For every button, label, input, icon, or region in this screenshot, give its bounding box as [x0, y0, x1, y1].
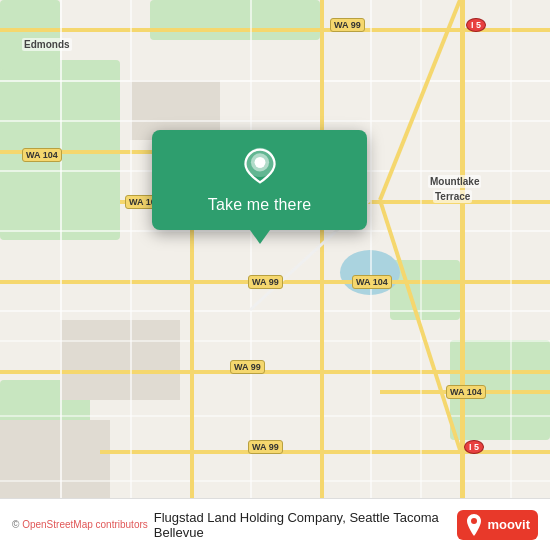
green-area-4 [150, 0, 320, 40]
badge-wa99-low: WA 99 [230, 360, 265, 374]
road-h-5 [0, 310, 550, 312]
location-title: Flugstad Land Holding Company, Seattle T… [154, 510, 450, 540]
popup-card: Take me there [152, 130, 367, 230]
osm-credit: © OpenStreetMap contributors [12, 519, 148, 530]
road-h-1 [0, 80, 550, 82]
road-v-2 [130, 0, 132, 550]
svg-point-7 [471, 518, 477, 524]
osm-link[interactable]: OpenStreetMap contributors [22, 519, 148, 530]
badge-wa104-left: WA 104 [22, 148, 62, 162]
location-pin-icon [240, 146, 280, 186]
label-edmonds: Edmonds [22, 38, 72, 51]
road-v-6 [510, 0, 512, 550]
road-h-4 [0, 230, 550, 232]
road-h-6 [0, 340, 550, 342]
moovit-badge[interactable]: moovit [457, 510, 538, 540]
road-v-5 [420, 0, 422, 550]
badge-wa99-top: WA 99 [330, 18, 365, 32]
moovit-label: moovit [487, 517, 530, 532]
road-wa99-v [320, 0, 324, 550]
road-h-2 [0, 120, 550, 122]
moovit-pin-icon [465, 514, 483, 536]
badge-wa104-right: WA 104 [352, 275, 392, 289]
take-me-there-button[interactable]: Take me there [208, 194, 311, 216]
copyright-symbol: © [12, 519, 19, 530]
urban-block-2 [60, 320, 180, 400]
badge-wa104-botright: WA 104 [446, 385, 486, 399]
map-container: WA 99 I 5 WA 104 WA 104 WA 99 WA 104 WA … [0, 0, 550, 550]
road-wa99-low-h [0, 370, 550, 374]
badge-wa99-bot: WA 99 [248, 440, 283, 454]
badge-wa99-mid: WA 99 [248, 275, 283, 289]
road-i5-v [460, 0, 465, 550]
road-v-1 [60, 0, 62, 550]
label-mountlake: Mountlake [428, 175, 481, 188]
svg-point-6 [255, 159, 264, 168]
road-h-8 [0, 480, 550, 482]
badge-i5-top: I 5 [466, 18, 486, 32]
label-terrace: Terrace [433, 190, 472, 203]
badge-i5-bot: I 5 [464, 440, 484, 454]
urban-block-3 [0, 420, 110, 500]
green-area-2 [0, 0, 60, 70]
bottom-bar: © OpenStreetMap contributors Flugstad La… [0, 498, 550, 550]
road-h-7 [0, 415, 550, 417]
